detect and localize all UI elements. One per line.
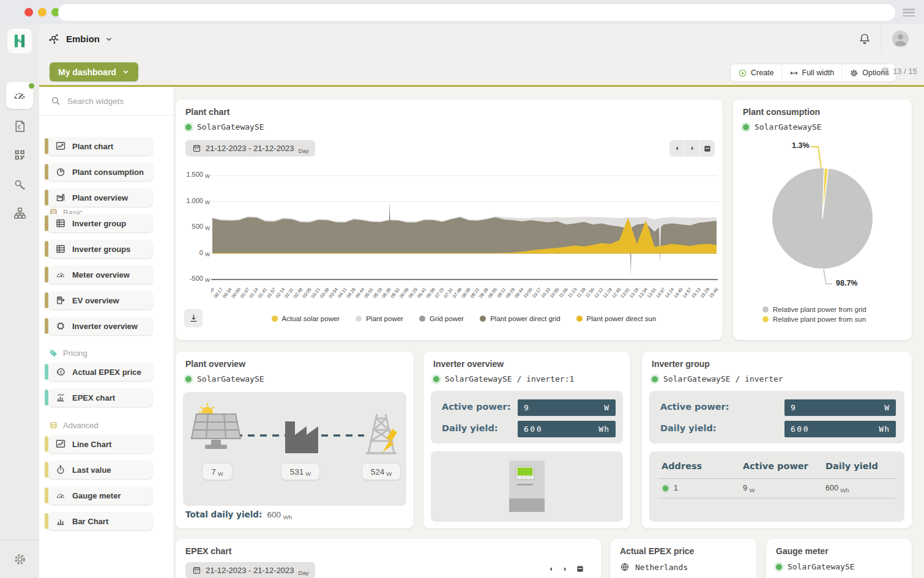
sidebar-item-settings[interactable] xyxy=(0,539,39,578)
widget-item-inverter-overview[interactable]: Inverter overview xyxy=(48,317,153,335)
prev-period-button[interactable] xyxy=(669,140,685,157)
browser-url-bar[interactable] xyxy=(58,4,895,21)
today-button[interactable] xyxy=(700,140,715,157)
widget-plant-overview[interactable]: Plant overview SolarGatewaySE xyxy=(176,352,414,528)
widget-gauge-meter[interactable]: Gauge meter SolarGatewaySE xyxy=(766,539,912,578)
x-tick-label: 02:31 xyxy=(283,287,295,299)
notifications-button[interactable] xyxy=(858,32,871,45)
calendar-solid-icon xyxy=(703,144,712,153)
gauge-icon xyxy=(56,491,65,500)
date-range-picker[interactable]: 21-12-2023 - 21-12-2023 Day xyxy=(185,140,315,157)
x-tick-label: 02:14 xyxy=(275,287,286,299)
y-tick-label: 1.500W xyxy=(176,171,210,178)
widget-item-actual-epex-price[interactable]: € Actual EPEX price xyxy=(48,363,153,381)
legend-item[interactable]: Plant power xyxy=(356,315,403,322)
chevron-down-icon xyxy=(105,35,113,43)
widget-item-plant-chart[interactable]: Plant chart xyxy=(48,137,153,155)
widget-item-inverter-groups[interactable]: Inverter groups xyxy=(48,240,153,258)
widget-actual-epex-price[interactable]: Actual EPEX price Netherlands xyxy=(610,539,756,578)
full-width-button[interactable]: Full width xyxy=(782,64,843,81)
inverter-device-icon xyxy=(509,461,545,512)
widget-item-inverter-group[interactable]: Inverter group xyxy=(48,214,153,232)
search-icon xyxy=(51,96,61,106)
sidebar-item-access-keys[interactable] xyxy=(0,171,39,198)
nav-rail: € xyxy=(0,24,40,578)
x-tick-label: 06:25 xyxy=(407,287,419,299)
org-selector[interactable]: Embion xyxy=(48,24,113,53)
pie-chart-icon xyxy=(56,167,65,177)
legend-label: Grid power xyxy=(430,315,464,322)
sidebar-item-hierarchy[interactable] xyxy=(0,199,39,226)
widget-item-line-chart[interactable]: Line Chart xyxy=(48,435,153,453)
widget-inverter-group[interactable]: Inverter group SolarGatewaySE / inverter… xyxy=(642,352,912,528)
widget-item-bar-chart[interactable]: Bar Chart xyxy=(48,512,153,530)
user-avatar[interactable] xyxy=(892,31,909,47)
active-power-label: Active power: xyxy=(660,402,729,412)
widget-item-epex-chart[interactable]: EPEX chart xyxy=(48,388,153,407)
widget-title: Actual EPEX price xyxy=(620,546,694,556)
minimize-button[interactable] xyxy=(38,8,47,17)
widget-item-meter-overview[interactable]: Meter overview xyxy=(48,265,153,284)
solar-panel-icon xyxy=(192,403,240,449)
widget-epex-chart[interactable]: EPEX chart 21-12-2023 - 21-12-2023 Day xyxy=(176,539,602,578)
widget-plant-consumption[interactable]: Plant consumption SolarGatewaySE 1.3% 98… xyxy=(733,100,912,340)
widget-item-gauge-meter[interactable]: Gauge meter xyxy=(48,486,153,505)
active-status-dot xyxy=(29,83,34,89)
widget-plant-chart[interactable]: Plant chart SolarGatewaySE 21-12-2023 - … xyxy=(176,100,723,340)
browser-menu-icon[interactable] xyxy=(903,9,915,17)
legend-item[interactable]: Grid power xyxy=(419,315,464,322)
chip-icon xyxy=(56,321,65,331)
x-tick-label: 08:05 xyxy=(460,287,472,299)
search-input[interactable] xyxy=(66,96,160,106)
x-tick-label: 10:17 xyxy=(531,287,543,299)
x-tick-label: 04:44 xyxy=(354,287,366,299)
x-tick-label: 05:01 xyxy=(363,287,374,299)
calendar-solid-icon xyxy=(576,565,584,573)
next-period-button[interactable] xyxy=(685,140,700,157)
widget-item-last-value[interactable]: Last value xyxy=(48,461,153,479)
consumption-pie-chart xyxy=(733,100,912,340)
table-divider xyxy=(658,498,896,498)
sidebar-item-devices[interactable] xyxy=(0,141,39,168)
sidebar-item-dashboard[interactable] xyxy=(6,82,33,109)
browser-chrome xyxy=(0,0,924,24)
app-logo[interactable] xyxy=(7,29,32,53)
widget-count-label: 13 / 15 xyxy=(893,67,917,76)
widget-item-ev-overview[interactable]: EV overview xyxy=(48,291,153,309)
prev-period-button[interactable] xyxy=(548,566,554,572)
logo-h-icon xyxy=(12,33,28,49)
legend-dot xyxy=(762,306,769,313)
x-tick-label: 12:28 xyxy=(602,287,613,299)
legend-item[interactable]: Plant power direct sun xyxy=(576,315,657,322)
sidebar-item-invoices[interactable]: € xyxy=(0,113,39,139)
online-status-dot xyxy=(433,376,439,382)
dashboard-selector-button[interactable]: My dashboard xyxy=(50,62,138,81)
widget-title: Plant chart xyxy=(185,107,229,117)
next-period-button[interactable] xyxy=(562,566,568,572)
x-tick-label: 04:28 xyxy=(345,287,357,299)
factory-icon xyxy=(285,421,318,453)
widget-sidebar: Basic Plant chart Plant consumption Plan… xyxy=(39,87,174,578)
close-button[interactable] xyxy=(24,8,33,17)
table-icon xyxy=(56,244,65,254)
device-panel xyxy=(431,451,623,522)
widget-item-plant-overview[interactable]: Plant overview xyxy=(48,188,153,207)
widget-item-plant-consumption[interactable]: Plant consumption xyxy=(48,163,153,181)
inverter-table-panel: Address Active power Daily yield 1 9 W 6… xyxy=(649,451,904,522)
date-range-picker[interactable]: 21-12-2023 - 21-12-2023 Day xyxy=(185,562,315,578)
legend-item[interactable]: Plant power direct grid xyxy=(480,315,560,322)
legend-dot xyxy=(762,316,769,322)
today-button[interactable] xyxy=(576,565,584,573)
create-button[interactable]: Create xyxy=(731,64,782,81)
energy-flow-panel: 7 W 531 W 524 W xyxy=(183,392,406,506)
legend-label: Plant power xyxy=(366,315,403,322)
widget-title: Inverter group xyxy=(652,359,710,369)
tag-icon xyxy=(49,349,58,358)
x-tick-label: 05:52 xyxy=(390,287,401,299)
x-tick-label: 06:41 xyxy=(416,287,428,299)
widget-inverter-overview[interactable]: Inverter overview SolarGatewaySE / inver… xyxy=(423,352,630,528)
legend-item[interactable]: Actual solar power xyxy=(272,315,340,322)
download-button[interactable] xyxy=(184,309,203,327)
arrow-left-icon xyxy=(674,145,680,152)
x-tick-label: 11:23 xyxy=(567,287,578,299)
